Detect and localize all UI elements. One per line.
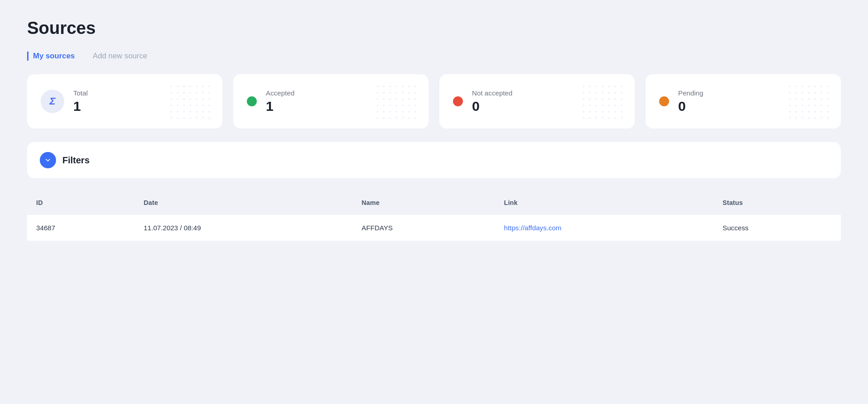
total-icon: Σ — [41, 90, 64, 113]
total-value: 1 — [73, 99, 88, 114]
col-link: Link — [495, 191, 714, 215]
tabs-navigation: My sources Add new source — [27, 52, 841, 61]
accepted-icon — [247, 96, 257, 106]
sources-table: ID Date Name Link Status 34687 11.07.202… — [27, 191, 841, 241]
source-link[interactable]: https://affdays.com — [504, 224, 561, 232]
page-title: Sources — [27, 18, 841, 38]
accepted-label: Accepted — [266, 89, 294, 97]
stat-card-not-accepted: Not accepted 0 — [439, 74, 635, 128]
cell-link[interactable]: https://affdays.com — [495, 215, 714, 241]
total-label: Total — [73, 89, 88, 97]
stats-row: Σ Total 1 Accepted 1 Not accepted 0 Pend… — [27, 74, 841, 128]
table-row: 34687 11.07.2023 / 08:49 AFFDAYS https:/… — [27, 215, 841, 241]
cell-id: 34687 — [27, 215, 135, 241]
filters-label: Filters — [62, 155, 90, 166]
tab-my-sources[interactable]: My sources — [27, 52, 75, 61]
col-id: ID — [27, 191, 135, 215]
accepted-value: 1 — [266, 99, 294, 114]
col-name: Name — [353, 191, 495, 215]
stat-card-accepted: Accepted 1 — [233, 74, 429, 128]
cell-status: Success — [713, 215, 841, 241]
table-wrapper: ID Date Name Link Status 34687 11.07.202… — [27, 191, 841, 241]
pending-icon — [659, 96, 669, 106]
table-header-row: ID Date Name Link Status — [27, 191, 841, 215]
filters-toggle-button[interactable] — [40, 152, 56, 168]
pending-label: Pending — [678, 89, 703, 97]
col-date: Date — [135, 191, 353, 215]
stat-card-pending: Pending 0 — [646, 74, 841, 128]
stat-card-total: Σ Total 1 — [27, 74, 222, 128]
chevron-down-icon — [44, 157, 52, 164]
not-accepted-value: 0 — [472, 99, 513, 114]
not-accepted-icon — [453, 96, 463, 106]
cell-date: 11.07.2023 / 08:49 — [135, 215, 353, 241]
cell-name: AFFDAYS — [353, 215, 495, 241]
tab-add-new-source[interactable]: Add new source — [93, 52, 147, 61]
not-accepted-label: Not accepted — [472, 89, 513, 97]
filters-card: Filters — [27, 142, 841, 178]
pending-value: 0 — [678, 99, 703, 114]
col-status: Status — [713, 191, 841, 215]
table-section: ID Date Name Link Status 34687 11.07.202… — [27, 191, 841, 241]
